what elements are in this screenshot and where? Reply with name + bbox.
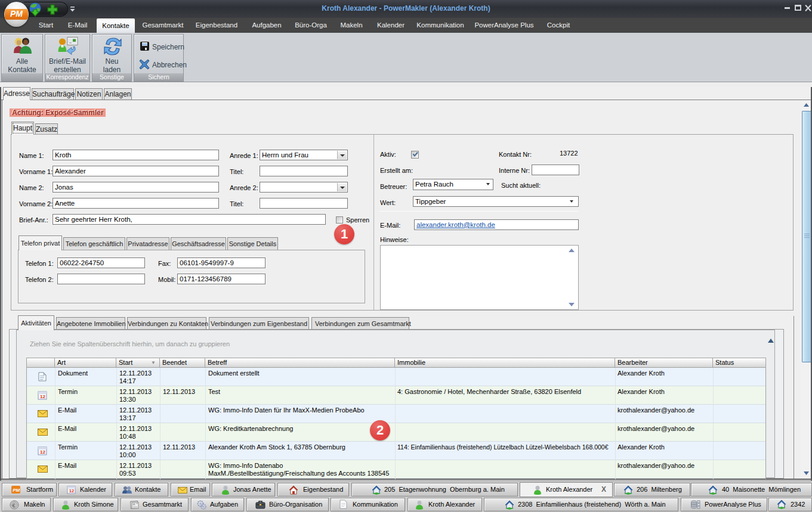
svg-text:€: € bbox=[13, 502, 16, 508]
svg-text:12: 12 bbox=[69, 488, 74, 494]
svg-text:12: 12 bbox=[40, 394, 45, 399]
svg-text:12: 12 bbox=[40, 449, 45, 455]
svg-text:PM: PM bbox=[13, 488, 20, 493]
